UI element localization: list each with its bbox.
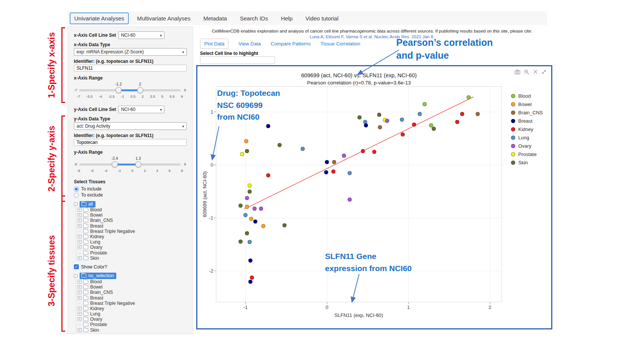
data-point-lung[interactable]: [244, 213, 248, 217]
nav-metadata[interactable]: Metadata: [199, 12, 232, 24]
tree-all-item-ovary[interactable]: +Ovary: [78, 245, 187, 250]
camera-icon[interactable]: [514, 69, 521, 75]
expand-plus-icon[interactable]: +: [78, 240, 81, 244]
tree-nosel-item-lung[interactable]: +Lung: [78, 311, 187, 317]
tissue-exclude-option[interactable]: To exclude: [74, 192, 187, 198]
data-point-kidney[interactable]: [372, 150, 376, 154]
legend-item-prostate[interactable]: Prostate: [511, 152, 543, 157]
tree-all-item-prostate[interactable]: —Prostate: [78, 250, 187, 256]
tab-plot-data[interactable]: Plot Data: [200, 39, 228, 49]
tree-nosel-item-skin[interactable]: +Skin: [78, 328, 187, 333]
tree-nosel-item-kidney[interactable]: +Kidney: [78, 306, 187, 311]
data-point-kidney[interactable]: [250, 276, 254, 280]
tree-all-item-brain-cns[interactable]: +Brain_CNS: [78, 218, 187, 223]
show-color-option[interactable]: Show Color?: [74, 264, 187, 270]
tissue-include-option[interactable]: To include: [74, 186, 187, 192]
nav-search-ids[interactable]: Search IDs: [235, 12, 272, 24]
tree-nosel-item-prostate[interactable]: —Prostate: [78, 322, 187, 327]
data-point-breast[interactable]: [253, 219, 257, 223]
zoom-in-icon[interactable]: [524, 69, 530, 75]
data-point-ovary[interactable]: [252, 207, 256, 211]
data-point-lung[interactable]: [418, 112, 422, 116]
data-point-breast[interactable]: [248, 280, 252, 284]
tree-all-item-kidney[interactable]: +Kidney: [78, 234, 187, 239]
tree-all-item-breast-triple-negative[interactable]: —Breast Triple Negative: [78, 229, 187, 234]
radio-exclude-icon[interactable]: [74, 193, 79, 198]
x-range-handle-low[interactable]: [116, 87, 122, 93]
expand-plus-icon[interactable]: +: [78, 312, 81, 316]
expand-plus-icon[interactable]: +: [78, 296, 81, 300]
data-point-prostate[interactable]: [247, 183, 252, 187]
tree-all-item-bowel[interactable]: +Bowel: [78, 212, 187, 218]
data-point-skin[interactable]: [283, 223, 287, 227]
tree-all-item-breast[interactable]: +Breast: [78, 223, 187, 229]
data-point-bowel[interactable]: [245, 204, 249, 209]
legend-item-skin[interactable]: Skin: [511, 160, 543, 165]
data-point-ovary[interactable]: [385, 119, 389, 123]
data-point-lung[interactable]: [348, 171, 352, 175]
data-point-lung[interactable]: [247, 240, 252, 244]
tab-compare-patterns[interactable]: Compare Patterns: [271, 41, 311, 47]
expand-plus-icon[interactable]: +: [78, 307, 81, 311]
data-point-ovary[interactable]: [259, 207, 263, 211]
y-cell-line-set-select[interactable]: NCI-60: [118, 106, 164, 113]
data-point-breast[interactable]: [325, 160, 329, 164]
expand-plus-icon[interactable]: +: [78, 218, 81, 222]
data-point-blood[interactable]: [467, 95, 471, 100]
tree-nosel-root-expander[interactable]: −: [74, 274, 78, 278]
tree-all-root-expander[interactable]: −: [74, 202, 78, 206]
tree-nosel-item-blood[interactable]: +Blood: [78, 279, 187, 284]
tree-all-root[interactable]: all: [80, 201, 95, 208]
y-range-handle-high[interactable]: [135, 161, 141, 167]
close-icon[interactable]: [533, 69, 538, 75]
tree-nosel-item-breast-triple-negative[interactable]: —Breast Triple Negative: [78, 301, 187, 306]
data-point-kidney[interactable]: [266, 173, 270, 178]
data-point-breast[interactable]: [266, 124, 270, 128]
data-point-kidney[interactable]: [400, 133, 405, 137]
nav-univariate-analyses[interactable]: Univariate Analyses: [70, 12, 129, 24]
expand-plus-icon[interactable]: +: [78, 213, 81, 217]
expand-plus-icon[interactable]: +: [78, 290, 81, 294]
y-data-type-select[interactable]: act: Drug Activity: [74, 122, 187, 130]
expand-plus-icon[interactable]: +: [78, 280, 81, 284]
expand-icon[interactable]: [541, 69, 547, 75]
tree-all-item-blood[interactable]: +Blood: [78, 207, 187, 212]
data-point-bowel[interactable]: [249, 217, 253, 221]
data-point-kidney[interactable]: [412, 122, 416, 126]
x-range-slider[interactable]: -78-1.22-7-5.5-4-2.5-10.523.556.58: [74, 82, 186, 100]
expand-plus-icon[interactable]: +: [78, 245, 81, 249]
nav-multivariate-analyses[interactable]: Multivariate Analyses: [133, 12, 195, 24]
legend-item-blood[interactable]: Blood: [511, 94, 543, 98]
data-point-kidney[interactable]: [361, 149, 365, 153]
data-point-breast[interactable]: [248, 259, 252, 263]
legend-item-brain-cns[interactable]: Brain_CNS: [511, 110, 543, 115]
data-point-ovary[interactable]: [348, 198, 352, 202]
y-range-handle-low[interactable]: [112, 161, 118, 167]
tree-all-item-lung[interactable]: +Lung: [78, 239, 187, 245]
data-point-skin[interactable]: [239, 240, 243, 244]
radio-include-icon[interactable]: [74, 187, 79, 192]
data-point-ovary[interactable]: [342, 154, 346, 158]
tree-nosel-root[interactable]: no_selection: [80, 273, 116, 279]
data-point-bowel[interactable]: [244, 139, 249, 144]
data-point-skin[interactable]: [247, 190, 252, 194]
x-cell-line-set-select[interactable]: NCI-60: [118, 31, 164, 39]
x-data-type-select[interactable]: exp: mRNA Expression (Z-Score): [74, 48, 187, 56]
tree-nosel-item-ovary[interactable]: +Ovary: [78, 317, 187, 322]
expand-plus-icon[interactable]: +: [78, 328, 81, 332]
legend-item-bowel[interactable]: Bowel: [511, 102, 543, 107]
x-range-handle-high[interactable]: [137, 87, 143, 93]
expand-plus-icon[interactable]: +: [78, 317, 81, 321]
y-identifier-input[interactable]: [74, 139, 187, 146]
tree-nosel-item-brain-cns[interactable]: +Brain_CNS: [78, 290, 187, 295]
data-point-prostate[interactable]: [240, 152, 244, 156]
legend-item-ovary[interactable]: Ovary: [511, 144, 543, 148]
data-point-kidney[interactable]: [331, 170, 336, 174]
nav-video-tutorial[interactable]: Video tutorial: [301, 12, 343, 24]
expand-plus-icon[interactable]: +: [78, 235, 81, 239]
y-range-slider[interactable]: -88-2.41.3-8-6-4-202468: [74, 156, 186, 174]
expand-plus-icon[interactable]: +: [78, 285, 81, 289]
x-identifier-input[interactable]: [74, 65, 187, 72]
data-point-skin[interactable]: [245, 149, 249, 153]
data-point-bowel[interactable]: [261, 224, 266, 228]
